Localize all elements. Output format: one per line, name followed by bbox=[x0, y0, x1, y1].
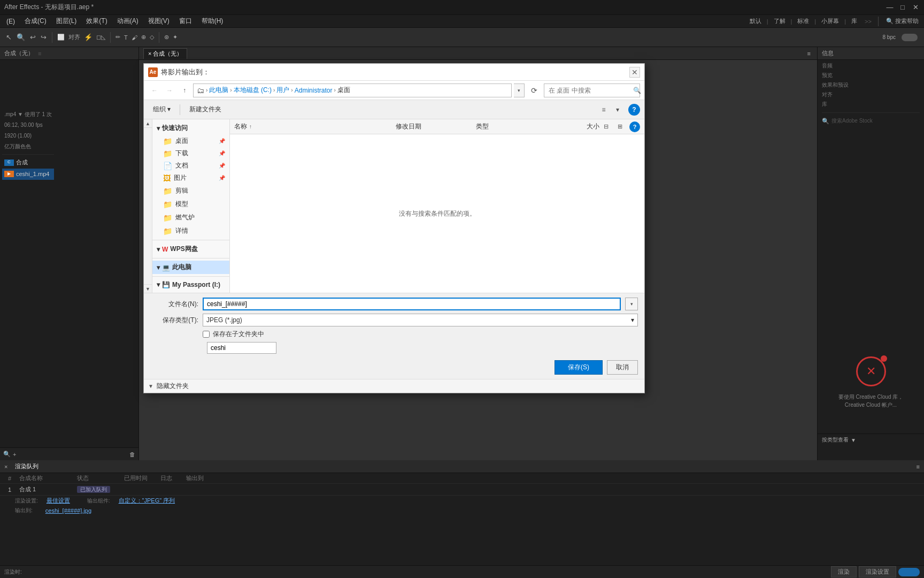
view-list-btn[interactable]: ≡ bbox=[597, 104, 610, 116]
app-close-btn[interactable]: ✕ bbox=[911, 3, 920, 12]
scroll-up-btn[interactable]: ▲ bbox=[144, 119, 152, 128]
tool-shapes[interactable]: ◻◺ bbox=[95, 34, 106, 41]
subfolder-checkbox[interactable] bbox=[203, 331, 210, 338]
type-view-btn[interactable]: 按类型查看 ▼ bbox=[822, 436, 920, 444]
comp-view-options[interactable]: ≡ bbox=[805, 50, 813, 57]
col-type[interactable]: 类型 bbox=[476, 122, 557, 131]
quickaccess-collapse-icon[interactable]: ▾ bbox=[157, 125, 160, 132]
tool-3d[interactable]: ⚡ bbox=[83, 33, 94, 41]
workspace-standard[interactable]: 标准 bbox=[793, 17, 813, 25]
view-grid-icon[interactable]: ⊞ bbox=[613, 121, 626, 132]
nav-forward-btn[interactable]: → bbox=[163, 84, 176, 97]
menu-item-view[interactable]: 视图(V) bbox=[144, 16, 174, 27]
project-footer-search[interactable]: 🔍 bbox=[3, 451, 11, 458]
breadcrumb-disk[interactable]: 本地磁盘 (C:) bbox=[234, 86, 272, 95]
tool-align[interactable]: 对齐 bbox=[67, 33, 81, 41]
project-footer-new[interactable]: + bbox=[13, 451, 16, 458]
breadcrumb-users[interactable]: 用户 bbox=[276, 86, 289, 95]
project-menu-icon[interactable]: ≡ bbox=[38, 50, 41, 57]
render-settings-btn[interactable]: 渲染设置 bbox=[859, 566, 896, 577]
tool-eraser[interactable]: ◇ bbox=[149, 34, 155, 41]
sidebar-item-model[interactable]: 📁 模型 bbox=[152, 197, 229, 211]
menu-item-0[interactable]: (E) bbox=[2, 17, 19, 26]
source-item-comp[interactable]: C 合成 bbox=[2, 157, 54, 169]
breadcrumb-pc[interactable]: 此电脑 bbox=[209, 86, 228, 95]
menu-item-composition[interactable]: 合成(C) bbox=[20, 16, 51, 27]
tool-pen[interactable]: ✏ bbox=[114, 34, 121, 41]
sidebar-item-xiangqing[interactable]: 📁 详情 bbox=[152, 224, 229, 238]
render-tab-queue[interactable]: 渲染队列 bbox=[12, 462, 42, 470]
nav-back-btn[interactable]: ← bbox=[148, 84, 161, 97]
maximize-btn[interactable]: □ bbox=[898, 3, 907, 12]
sidebar-item-jianji[interactable]: 📁 剪辑 bbox=[152, 184, 229, 197]
breadcrumb-home-icon[interactable]: 🗂 bbox=[197, 86, 204, 95]
file-help-btn[interactable]: ? bbox=[629, 121, 640, 132]
render-close-btn[interactable]: × bbox=[4, 463, 7, 470]
wps-collapse-icon[interactable]: ▾ bbox=[157, 246, 160, 253]
dialog-close-btn[interactable]: ✕ bbox=[629, 67, 640, 78]
search-input[interactable] bbox=[544, 87, 633, 94]
sidebar-item-downloads[interactable]: 📁 下载 📌 bbox=[152, 147, 229, 159]
sidebar-item-pictures[interactable]: 🖼 图片 📌 bbox=[152, 172, 229, 184]
organize-btn[interactable]: 组织 ▾ bbox=[148, 103, 175, 116]
nav-up-btn[interactable]: ↑ bbox=[178, 84, 191, 97]
save-btn[interactable]: 保存(S) bbox=[555, 360, 603, 375]
minimize-btn[interactable]: — bbox=[886, 3, 894, 12]
tab-comp1[interactable]: × 合成（无） bbox=[143, 48, 187, 59]
search-submit-btn[interactable]: 🔍 bbox=[633, 84, 641, 97]
workspace-default[interactable]: 默认 bbox=[745, 17, 766, 25]
tool-brush[interactable]: 🖌 bbox=[130, 34, 138, 41]
menu-item-window[interactable]: 窗口 bbox=[175, 16, 196, 27]
menu-item-help[interactable]: 帮助(H) bbox=[197, 16, 228, 27]
breadcrumb-dropdown-btn[interactable]: ▾ bbox=[514, 83, 525, 97]
render-toggle[interactable] bbox=[898, 568, 920, 576]
nav-refresh-btn[interactable]: ⟳ bbox=[527, 83, 542, 98]
filename-dropdown-btn[interactable]: ▾ bbox=[625, 298, 638, 310]
hidden-folder-label[interactable]: 隐藏文件夹 bbox=[157, 382, 189, 391]
render-output-link[interactable]: 自定义："JPEG" 序列 bbox=[119, 497, 175, 505]
sidebar-section-thispc[interactable]: ▾ 💻 此电脑 bbox=[152, 261, 229, 274]
workspace-small[interactable]: 小屏幕 bbox=[817, 17, 843, 25]
tool-roto[interactable]: ⊛ bbox=[163, 34, 170, 41]
render-start-btn[interactable]: 渲染 bbox=[831, 566, 857, 577]
tool-select[interactable]: ↖ bbox=[4, 33, 13, 41]
tool-box[interactable]: ⬜ bbox=[56, 34, 66, 41]
workspace-library[interactable]: 库 bbox=[847, 17, 861, 25]
search-help-btn[interactable]: 🔍 搜索帮助 bbox=[883, 17, 922, 25]
filename-input[interactable] bbox=[203, 298, 621, 310]
col-date[interactable]: 修改日期 bbox=[396, 122, 476, 131]
render-output-to-link[interactable]: ceshi_[#####].jpg bbox=[45, 507, 91, 514]
col-name[interactable]: 名称 ↑ bbox=[234, 122, 396, 131]
tool-stamp[interactable]: ⊕ bbox=[140, 34, 147, 41]
cancel-btn[interactable]: 取消 bbox=[607, 360, 638, 375]
hidden-folder-collapse-icon[interactable]: ▼ bbox=[148, 383, 153, 389]
sidebar-item-ranqilu[interactable]: 📁 燃气炉 bbox=[152, 211, 229, 224]
tool-search[interactable]: 🔍 bbox=[15, 33, 27, 41]
breadcrumb-admin[interactable]: Administrator bbox=[295, 87, 333, 94]
bpc-indicator[interactable]: 8 bpc bbox=[881, 34, 898, 40]
menu-item-effects[interactable]: 效果(T) bbox=[82, 16, 111, 27]
subfolder-input[interactable] bbox=[207, 342, 276, 354]
render-settings-link-1[interactable]: 最佳设置 bbox=[47, 497, 70, 505]
tool-undo[interactable]: ↩ bbox=[28, 33, 37, 41]
filetype-select[interactable]: JPEG (*.jpg) ▾ bbox=[203, 314, 638, 326]
sidebar-section-mypassport[interactable]: ▾ 💾 My Passport (I:) bbox=[152, 279, 229, 291]
menu-item-animation[interactable]: 动画(A) bbox=[113, 16, 143, 27]
tool-type[interactable]: T bbox=[123, 34, 129, 41]
sidebar-item-desktop[interactable]: 📁 桌面 📌 bbox=[152, 135, 229, 147]
menu-item-layer[interactable]: 图层(L) bbox=[52, 16, 81, 27]
help-btn[interactable]: ? bbox=[628, 104, 640, 116]
new-folder-btn[interactable]: 新建文件夹 bbox=[184, 103, 226, 116]
subfolder-checkbox-label[interactable]: 保存在子文件夹中 bbox=[213, 330, 264, 339]
view-list-icon[interactable]: ⊟ bbox=[599, 121, 612, 132]
source-item-video[interactable]: ▶ ceshi_1.mp4 bbox=[2, 169, 54, 180]
view-dropdown-btn[interactable]: ▾ bbox=[611, 104, 624, 116]
search-stock[interactable]: 🔍 搜索Adobe Stock bbox=[822, 117, 920, 125]
tool-puppet[interactable]: ✦ bbox=[172, 34, 179, 41]
col-size[interactable]: 大小 bbox=[557, 122, 599, 131]
workspace-more[interactable]: >> bbox=[863, 18, 874, 25]
project-footer-delete[interactable]: 🗑 bbox=[129, 451, 135, 458]
bpc-toggle[interactable] bbox=[902, 34, 918, 41]
render-header-menu[interactable]: ≡ bbox=[917, 463, 920, 470]
sidebar-item-documents[interactable]: 📄 文档 📌 bbox=[152, 159, 229, 172]
